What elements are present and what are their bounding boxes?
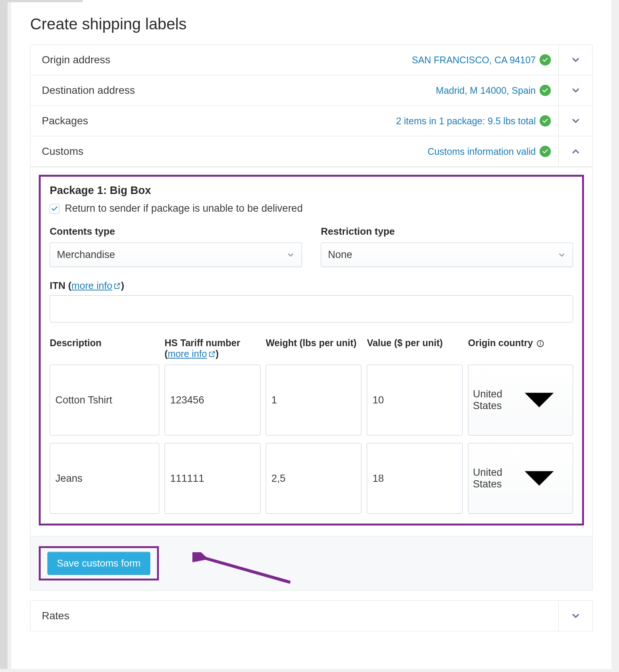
app-wrapper: Create shipping labels Origin address SA… [11, 0, 611, 669]
itn-label: ITN (more info) [50, 280, 573, 292]
chevron-down-icon [287, 251, 295, 259]
item-weight-input[interactable] [266, 443, 362, 514]
highlight-annotation: Package 1: Big Box Return to sender if p… [39, 175, 584, 525]
check-icon [540, 54, 551, 66]
check-icon [540, 115, 551, 127]
restriction-type-field: Restriction type None [321, 226, 573, 267]
contents-type-value: Merchandise [57, 249, 115, 261]
chevron-down-icon [570, 611, 581, 621]
section-label: Customs [42, 145, 427, 157]
chevron-down-icon [510, 371, 568, 429]
item-description-input[interactable] [50, 443, 159, 514]
external-link-icon [113, 282, 121, 290]
customs-panel: Package 1: Big Box Return to sender if p… [30, 167, 593, 536]
item-origin-country-select[interactable]: United States [468, 365, 573, 435]
itn-label-prefix: ITN ( [50, 280, 72, 291]
section-label: Packages [42, 115, 396, 127]
itn-field: ITN (more info) [50, 280, 573, 322]
gutter-top [8, 0, 83, 2]
section-summary: 2 items in 1 package: 9.5 lbs total [396, 116, 536, 127]
package-title: Package 1: Big Box [50, 184, 573, 197]
chevron-down-icon [570, 85, 581, 96]
link-text: more info [168, 348, 207, 359]
section-customs[interactable]: Customs Customs information valid [30, 136, 592, 167]
expand-toggle[interactable] [558, 45, 592, 75]
table-row: United States [50, 443, 573, 514]
contents-type-field: Contents type Merchandise [50, 226, 302, 267]
link-text: more info [72, 280, 112, 291]
col-hs-tariff: HS Tariff number (more info) [165, 338, 261, 359]
collapse-toggle[interactable] [558, 136, 592, 166]
item-hs-tariff-input[interactable] [165, 365, 261, 435]
contents-type-select[interactable]: Merchandise [50, 243, 302, 267]
section-label: Origin address [42, 54, 412, 66]
svg-point-2 [540, 342, 541, 342]
itn-label-suffix: ) [121, 280, 124, 291]
section-destination-address[interactable]: Destination address Madrid, M 14000, Spa… [30, 75, 592, 106]
items-table-header: Description HS Tariff number (more info)… [50, 338, 573, 359]
return-to-sender-checkbox[interactable] [50, 204, 59, 214]
section-summary: SAN FRANCISCO, CA 94107 [412, 55, 536, 66]
restriction-type-value: None [328, 249, 352, 261]
chevron-down-icon [510, 449, 568, 507]
customs-footer: Save customs form [30, 536, 593, 591]
accordion-group: Origin address SAN FRANCISCO, CA 94107 D… [30, 44, 593, 167]
hs-tariff-suffix: ) [216, 348, 219, 359]
table-row: United States [50, 365, 573, 435]
chevron-down-icon [570, 55, 581, 65]
origin-country-text: Origin country [468, 338, 533, 348]
restriction-type-label: Restriction type [321, 226, 573, 237]
chevron-down-icon [570, 116, 581, 126]
itn-input[interactable] [50, 295, 573, 322]
section-summary: Customs information valid [427, 146, 536, 157]
contents-type-label: Contents type [50, 226, 302, 237]
item-weight-input[interactable] [266, 365, 362, 435]
col-value: Value ($ per unit) [367, 338, 463, 348]
external-link-icon [208, 350, 216, 358]
item-description-input[interactable] [50, 365, 159, 435]
chevron-down-icon [558, 251, 566, 259]
return-to-sender-row: Return to sender if package is unable to… [50, 203, 573, 214]
section-rates-row[interactable]: Rates [30, 601, 592, 631]
page-title: Create shipping labels [30, 15, 593, 33]
section-summary: Madrid, M 14000, Spain [436, 85, 536, 96]
gutter-left [0, 0, 8, 669]
restriction-type-select[interactable]: None [321, 243, 573, 267]
info-icon [536, 339, 544, 348]
origin-country-value: United States [473, 467, 510, 490]
chevron-up-icon [570, 146, 581, 157]
check-icon [540, 146, 551, 157]
col-weight: Weight (lbs per unit) [266, 338, 362, 348]
svg-line-3 [200, 557, 290, 582]
section-label: Destination address [42, 84, 436, 96]
save-customs-button[interactable]: Save customs form [47, 552, 150, 575]
col-description: Description [50, 338, 159, 348]
item-value-input[interactable] [367, 443, 463, 514]
highlight-annotation: Save customs form [39, 546, 159, 580]
origin-country-value: United States [473, 388, 510, 412]
item-origin-country-select[interactable]: United States [468, 443, 573, 514]
col-origin-country: Origin country [468, 338, 573, 348]
hs-tariff-more-info-link[interactable]: more info [168, 348, 215, 359]
expand-toggle[interactable] [558, 601, 592, 631]
check-icon [540, 85, 551, 96]
section-label: Rates [42, 610, 551, 622]
expand-toggle[interactable] [558, 106, 592, 136]
section-origin-address[interactable]: Origin address SAN FRANCISCO, CA 94107 [30, 45, 592, 75]
expand-toggle[interactable] [558, 75, 592, 105]
arrow-annotation [192, 552, 294, 588]
section-rates: Rates [30, 600, 593, 631]
itn-more-info-link[interactable]: more info [72, 280, 121, 291]
item-value-input[interactable] [367, 365, 463, 435]
return-to-sender-label: Return to sender if package is unable to… [65, 203, 303, 214]
item-hs-tariff-input[interactable] [165, 443, 261, 514]
section-packages[interactable]: Packages 2 items in 1 package: 9.5 lbs t… [30, 106, 592, 136]
